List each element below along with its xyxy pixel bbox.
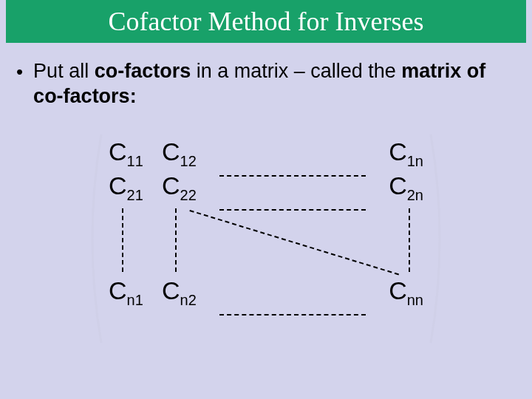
left-paren [81,132,106,346]
cell-sym: C [389,171,407,200]
vdash [175,208,177,272]
cell-sym: C [109,137,127,166]
cell-sub: 21 [127,187,143,204]
bullet-part2: in a matrix – called the [191,60,401,82]
cell-sym: C [389,276,407,305]
cell-sym: C [109,171,127,200]
bullet-dot: • [16,61,23,83]
cell-sym: C [109,276,127,305]
bullet-item: • Put all co-factors in a matrix – calle… [16,59,532,109]
cell-sub: 11 [127,153,143,170]
cell-sub: 12 [180,153,197,170]
cell-sym: C [162,276,180,305]
matrix-cell: C2n [370,171,423,200]
matrix-cell: C1n [370,137,423,166]
matrix-cell: C22 [162,171,215,200]
matrix-cell: C11 [109,137,162,166]
slide-title: Cofactor Method for Inverses [109,6,424,37]
cell-sub: nn [407,292,423,309]
cell-sub: n2 [180,292,197,309]
cell-sym: C [389,137,407,166]
vdash [122,208,123,272]
cell-sub: n1 [127,292,143,309]
matrix-cell: Cnn [370,276,423,305]
matrix-gap [109,205,423,276]
cell-sym: C [162,137,180,166]
cell-sym: C [162,171,180,200]
matrix-cell: Cn2 [162,276,215,305]
bullet-bold1: co-factors [95,60,191,82]
matrix-cell: Cn1 [109,276,162,305]
bullet-part1: Put all [33,60,95,82]
title-bar: Cofactor Method for Inverses [6,0,526,43]
matrix-row: C11 C12 C1n [109,137,423,171]
diagonal-dash [189,210,399,275]
cell-sub: 22 [180,187,197,204]
bullet-text: Put all co-factors in a matrix – called … [33,59,506,109]
cell-sub: 2n [407,187,423,204]
matrix-cell: C21 [109,171,162,200]
matrix-row: Cn1 Cn2 Cnn [109,276,423,310]
vdash [409,208,410,272]
matrix-grid: C11 C12 C1n C21 C22 C2n [109,137,423,340]
cell-sub: 1n [407,153,423,170]
matrix-cell: C12 [162,137,215,166]
right-paren [426,132,451,346]
cofactor-matrix: C11 C12 C1n C21 C22 C2n [85,132,447,346]
